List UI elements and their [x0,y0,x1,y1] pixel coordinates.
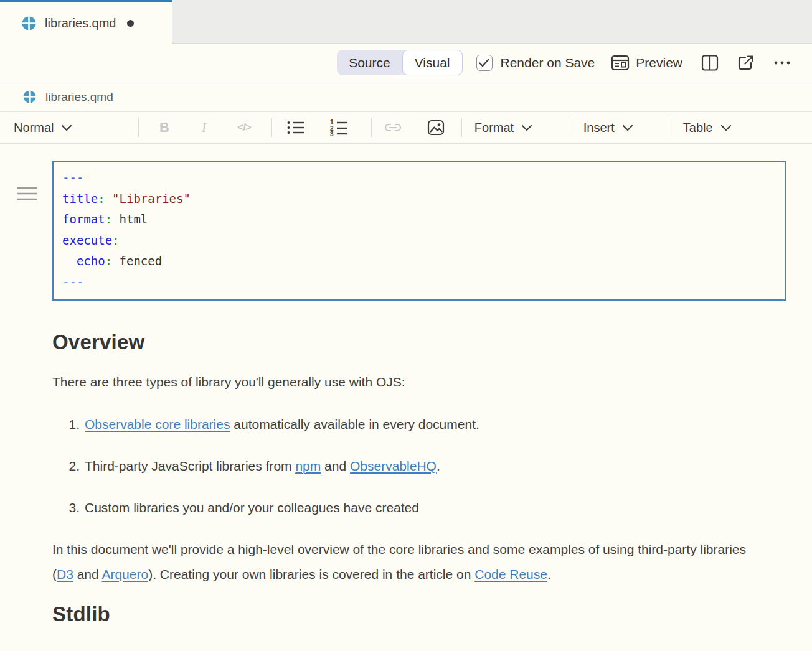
image-icon [427,119,445,136]
split-editor-button[interactable] [701,54,719,72]
yaml-token: "Libraries" [112,192,191,205]
text-run: . [547,567,551,581]
yaml-token: --- [62,275,83,289]
open-external-icon [737,54,755,72]
chevron-down-icon [720,124,732,131]
text-run: Third-party JavaScript libraries from [85,459,295,473]
yaml-front-matter-block[interactable]: ---title: "Libraries"format: htmlexecute… [52,161,786,301]
text-run: automatically available in every documen… [230,417,479,431]
chevron-down-icon [622,124,633,131]
numbered-list: 1.Observable core libraries automaticall… [52,412,786,520]
image-button[interactable] [427,119,445,136]
editor-actions-toolbar: Source Visual Render on Save Preview [0,44,812,82]
text-run: and [73,567,102,581]
doc-link[interactable]: Arquero [102,567,148,581]
list-item-number: 1. [52,412,80,437]
list-item-number: 2. [52,454,80,479]
yaml-line: title: "Libraries" [62,189,776,210]
block-drag-handle-icon[interactable] [17,186,37,202]
numbered-list-button[interactable]: 1 2 3 [329,119,349,136]
intro-paragraph: There are three types of library you'll … [52,370,786,395]
list-item-text: Third-party JavaScript libraries from np… [85,454,440,479]
list-item: 1.Observable core libraries automaticall… [52,412,786,437]
chevron-down-icon [61,124,72,131]
yaml-token: html [112,212,148,226]
quarto-icon [22,16,36,30]
italic-button[interactable]: I [202,121,206,134]
code-button[interactable]: </> [237,121,251,134]
link-button[interactable] [383,119,403,136]
bold-button[interactable]: B [159,121,169,134]
overview-heading: Overview [52,330,786,354]
toolbar-divider [570,118,570,137]
tab-libraries-qmd[interactable]: libraries.qmd [0,0,172,44]
closing-paragraph: In this document we'll provide a high-le… [52,537,765,587]
yaml-token: : [105,212,112,226]
yaml-token: --- [62,171,83,184]
list-item-text: Custom libraries you and/or your colleag… [85,495,419,520]
list-item: 3.Custom libraries you and/or your colle… [52,495,786,520]
list-item-text: Observable core libraries automatically … [85,412,479,437]
table-menu[interactable]: Table [683,121,732,135]
toolbar-divider [461,118,462,137]
yaml-token [105,192,112,205]
mode-source-button[interactable]: Source [337,50,402,75]
format-menu-label: Format [474,121,514,135]
preview-icon [611,54,630,72]
link-icon [383,119,403,136]
open-external-button[interactable] [737,54,755,72]
yaml-line: format: html [62,209,776,230]
yaml-token: : [105,254,112,268]
render-on-save-label: Render on Save [501,55,595,70]
insert-menu[interactable]: Insert [583,121,652,135]
list-item-number: 3. [52,495,80,520]
yaml-line: --- [62,167,776,189]
yaml-token: fenced [112,254,162,268]
text-run: Custom libraries you and/or your colleag… [85,500,419,515]
insert-menu-label: Insert [583,121,615,135]
yaml-line: execute: [62,230,776,251]
text-run: and [321,459,350,473]
toolbar-divider [371,118,372,137]
yaml-line: --- [62,272,776,293]
more-options-button[interactable] [772,54,792,72]
visual-editor-document[interactable]: ---title: "Libraries"format: htmlexecute… [0,161,812,626]
toolbar-divider [138,118,139,137]
doc-link[interactable]: Observable core libraries [85,417,230,431]
tab-title: libraries.qmd [45,16,116,30]
preview-label: Preview [636,55,682,70]
bullet-list-icon [286,119,306,136]
stdlib-heading: Stdlib [52,602,786,626]
paragraph-style-label: Normal [14,121,54,135]
mode-visual-button[interactable]: Visual [402,50,463,75]
toolbar-divider [271,118,272,137]
tab-bar: libraries.qmd [0,0,812,44]
numbered-list-icon: 1 2 3 [329,119,349,136]
preview-button[interactable]: Preview [611,54,682,72]
check-icon [479,59,489,67]
bullet-list-button[interactable] [286,119,306,136]
format-menu[interactable]: Format [474,121,552,135]
yaml-line: echo: fenced [62,251,776,272]
yaml-token [62,254,77,268]
text-run: ). Creating your own libraries is covere… [148,567,474,581]
doc-link[interactable]: D3 [57,567,73,581]
yaml-token: format [62,212,105,226]
yaml-token: : [112,233,119,247]
text-run: . [437,459,440,473]
svg-text:3: 3 [330,131,334,136]
doc-link[interactable]: ObservableHQ [350,459,437,473]
render-on-save-checkbox[interactable] [476,55,493,71]
breadcrumb: libraries.qmd [0,82,812,112]
paragraph-style-dropdown[interactable]: Normal [14,121,138,135]
quarto-icon [23,90,36,103]
chevron-down-icon [521,124,532,131]
breadcrumb-filename[interactable]: libraries.qmd [45,90,113,104]
doc-link[interactable]: npm [295,459,321,474]
ellipsis-icon [772,54,792,72]
split-view-icon [701,54,719,72]
doc-link[interactable]: Code Reuse [474,567,547,581]
toolbar-divider [669,118,669,137]
yaml-token: : [98,192,105,205]
yaml-token: execute [62,233,112,247]
